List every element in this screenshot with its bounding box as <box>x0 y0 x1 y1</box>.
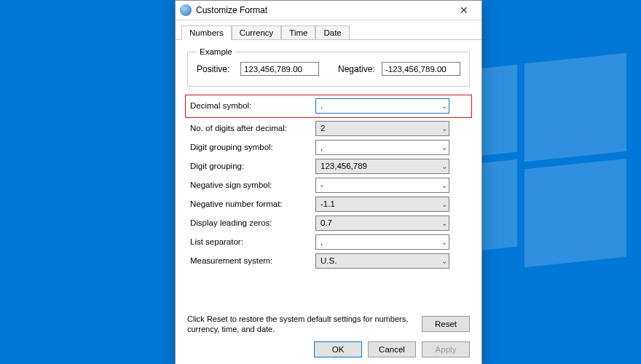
chevron-down-icon: ⌄ <box>441 257 447 265</box>
negative-label: Negative: <box>338 64 376 74</box>
customize-format-dialog: Customize Format ✕ Numbers Currency Time… <box>175 0 482 364</box>
numbers-page: Example Positive: 123,456,789.00 Negativ… <box>176 40 481 269</box>
reset-button[interactable]: Reset <box>422 316 470 332</box>
leading-zeros-select[interactable]: 0.7⌄ <box>315 215 449 231</box>
positive-label: Positive: <box>197 64 235 74</box>
tab-date[interactable]: Date <box>315 25 349 39</box>
negative-sign-select[interactable]: -⌄ <box>315 178 449 193</box>
grouping-symbol-select[interactable]: ,⌄ <box>315 140 449 155</box>
example-legend: Example <box>197 47 235 56</box>
ok-button[interactable]: OK <box>314 341 362 357</box>
decimal-symbol-label: Decimal symbol: <box>187 101 315 110</box>
tab-time[interactable]: Time <box>281 25 315 39</box>
close-button[interactable]: ✕ <box>449 1 479 20</box>
negative-sign-label: Negative sign symbol: <box>187 181 315 189</box>
chevron-down-icon: ⌄ <box>441 143 447 151</box>
decimal-symbol-select[interactable]: . ⌄ <box>315 98 449 114</box>
positive-value: 123,456,789.00 <box>240 62 319 76</box>
negative-format-select[interactable]: -1.1⌄ <box>315 197 449 212</box>
chevron-down-icon: ⌄ <box>441 181 447 189</box>
digits-after-select[interactable]: 2⌄ <box>315 121 449 136</box>
chevron-down-icon: ⌄ <box>441 162 447 170</box>
chevron-down-icon: ⌄ <box>441 200 447 208</box>
list-separator-label: List separator: <box>187 237 315 246</box>
reset-footer: Click Reset to restore the system defaul… <box>187 314 470 334</box>
reset-hint: Click Reset to restore the system defaul… <box>187 314 422 334</box>
chevron-down-icon: ⌄ <box>441 219 447 227</box>
negative-format-label: Negative number format: <box>187 199 315 208</box>
digit-grouping-select[interactable]: 123,456,789⌄ <box>315 159 449 174</box>
example-group: Example Positive: 123,456,789.00 Negativ… <box>187 47 470 87</box>
highlight-box: Decimal symbol: . ⌄ <box>185 95 472 118</box>
digit-grouping-label: Digit grouping: <box>187 162 315 170</box>
tab-strip: Numbers Currency Time Date <box>176 20 481 40</box>
chevron-down-icon: ⌄ <box>441 124 447 132</box>
list-separator-select[interactable]: ,⌄ <box>315 234 449 250</box>
chevron-down-icon: ⌄ <box>441 238 447 246</box>
chevron-down-icon: ⌄ <box>441 102 447 110</box>
tab-currency[interactable]: Currency <box>232 25 282 39</box>
decimal-symbol-value: . <box>320 101 323 110</box>
globe-icon <box>180 4 192 16</box>
desktop-background: Customize Format ✕ Numbers Currency Time… <box>0 0 641 364</box>
negative-value: -123,456,789.00 <box>382 62 460 76</box>
leading-zeros-label: Display leading zeros: <box>187 218 315 227</box>
titlebar: Customize Format ✕ <box>176 1 481 20</box>
digits-after-label: No. of digits after decimal: <box>187 124 315 132</box>
apply-button[interactable]: Apply <box>422 341 470 357</box>
grouping-symbol-label: Digit grouping symbol: <box>187 143 315 151</box>
tab-numbers[interactable]: Numbers <box>181 25 232 40</box>
measurement-label: Measurement system: <box>187 256 315 265</box>
dialog-buttons: OK Cancel Apply <box>314 341 470 357</box>
window-title: Customize Format <box>196 5 449 15</box>
cancel-button[interactable]: Cancel <box>368 341 416 357</box>
measurement-select[interactable]: U.S.⌄ <box>315 253 449 269</box>
